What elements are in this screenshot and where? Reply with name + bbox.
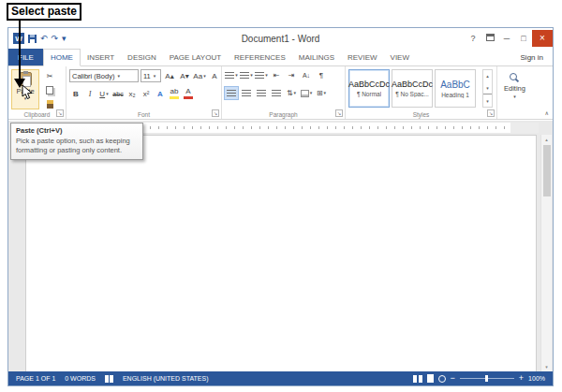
font-color-icon: A <box>185 88 190 95</box>
print-layout-button[interactable] <box>427 374 434 383</box>
maximize-button[interactable]: □ <box>515 30 532 47</box>
font-group-label: Font <box>67 111 221 118</box>
justify-button[interactable] <box>270 87 283 99</box>
style-name: ¶ Normal <box>357 91 381 97</box>
zoom-out-button[interactable]: − <box>451 374 455 383</box>
scroll-up-arrow[interactable]: ▴ <box>545 135 548 144</box>
document-page[interactable] <box>25 135 537 371</box>
styles-scroll-up-button[interactable]: ▴ <box>483 70 492 82</box>
language-indicator[interactable]: ENGLISH (UNITED STATES) <box>123 375 209 382</box>
redo-button[interactable]: ↷ <box>52 35 59 43</box>
italic-button[interactable]: I <box>83 88 96 100</box>
word-window: W ↶ ↷ ▾ Document1 - Word ? ─ □ × FILE HO… <box>7 27 554 386</box>
line-spacing-button[interactable]: ⇅▾ <box>285 87 298 99</box>
scrollbar-thumb[interactable] <box>543 145 551 196</box>
undo-button[interactable]: ↶ <box>40 35 48 43</box>
tab-file[interactable]: FILE <box>8 49 43 65</box>
vertical-scrollbar[interactable]: ▴ ▾ <box>540 135 552 371</box>
style-name: Heading 1 <box>441 92 469 98</box>
underline-button[interactable]: U▾ <box>97 88 111 100</box>
highlight-button[interactable]: ab <box>168 87 181 100</box>
copy-button[interactable] <box>43 84 56 96</box>
titlebar: W ↶ ↷ ▾ Document1 - Word ? ─ □ × <box>8 28 553 49</box>
font-color-button[interactable]: A <box>182 87 195 100</box>
page-indicator[interactable]: PAGE 1 OF 1 <box>16 375 55 382</box>
close-button[interactable]: × <box>532 30 553 47</box>
align-right-button[interactable] <box>255 87 268 99</box>
styles-more-button[interactable]: ▾ <box>483 94 492 107</box>
decrease-indent-button[interactable]: ⇤ <box>270 69 283 81</box>
strikethrough-button[interactable]: abc <box>111 88 125 100</box>
subscript-button[interactable]: x₂ <box>126 88 139 100</box>
customize-qat-button[interactable]: ▾ <box>62 35 67 43</box>
bullets-button[interactable]: ▾ <box>225 69 238 81</box>
read-mode-button[interactable] <box>413 375 422 383</box>
tab-mailings[interactable]: MAILINGS <box>292 49 341 65</box>
font-name-select[interactable]: Calibri (Body) ▾ <box>69 69 139 82</box>
ribbon-tab-bar: FILE HOME INSERT DESIGN PAGE LAYOUT REFE… <box>8 49 553 66</box>
bold-button[interactable]: B <box>69 88 82 100</box>
tab-references[interactable]: REFERENCES <box>228 49 292 65</box>
paragraph-dialog-launcher[interactable]: ↘ <box>335 109 343 117</box>
style-normal[interactable]: AaBbCcDc ¶ Normal <box>348 69 390 108</box>
editing-button[interactable]: Editing ▾ <box>504 73 525 99</box>
grow-font-button[interactable]: A▴ <box>163 70 176 82</box>
paragraph-group-label: Paragraph <box>222 111 345 118</box>
format-painter-button[interactable] <box>43 98 56 110</box>
tab-insert[interactable]: INSERT <box>81 49 121 65</box>
help-button[interactable]: ? <box>465 30 481 47</box>
text-effects-button[interactable]: A <box>154 88 167 100</box>
annotation-select-paste: Select paste <box>7 3 81 21</box>
word-count[interactable]: 0 WORDS <box>65 375 96 382</box>
sign-in-link[interactable]: Sign in <box>521 49 553 65</box>
zoom-level[interactable]: 100% <box>528 375 545 382</box>
zoom-slider-thumb[interactable] <box>485 375 488 382</box>
zoom-slider[interactable] <box>460 378 514 379</box>
font-size-value: 11 <box>143 72 151 80</box>
web-layout-button[interactable] <box>438 375 446 383</box>
align-left-icon <box>227 90 236 97</box>
chevron-down-icon: ▾ <box>324 91 327 95</box>
shrink-font-button[interactable]: A▾ <box>178 70 191 82</box>
clear-formatting-button[interactable]: A <box>208 70 221 82</box>
styles-scroll-down-button[interactable]: ▾ <box>483 82 492 94</box>
collapse-ribbon-button[interactable]: ∧ <box>545 109 549 116</box>
align-right-icon <box>257 90 266 97</box>
tooltip-title: Paste (Ctrl+V) <box>16 126 138 135</box>
highlight-color-bar <box>170 96 179 99</box>
styles-group-label: Styles <box>346 111 496 118</box>
tab-home[interactable]: HOME <box>43 49 81 66</box>
align-center-button[interactable] <box>240 87 253 99</box>
ribbon-display-options-button[interactable] <box>481 30 498 47</box>
tab-page-layout[interactable]: PAGE LAYOUT <box>163 49 228 65</box>
style-no-spacing[interactable]: AaBbCcDc ¶ No Spac... <box>392 69 433 108</box>
style-heading1[interactable]: AaBbC Heading 1 <box>435 69 476 108</box>
scroll-down-arrow[interactable]: ▾ <box>545 362 548 371</box>
cut-button[interactable]: ✂ <box>43 70 56 82</box>
shading-button[interactable]: ▾ <box>300 87 313 99</box>
save-button[interactable] <box>28 35 37 43</box>
font-dialog-launcher[interactable]: ↘ <box>212 109 219 117</box>
sort-button[interactable]: A↓ <box>300 69 313 81</box>
minimize-button[interactable]: ─ <box>498 30 515 47</box>
align-left-button[interactable] <box>225 87 238 99</box>
styles-dialog-launcher[interactable]: ↘ <box>487 109 495 117</box>
multilevel-list-button[interactable]: ▾ <box>255 69 268 81</box>
tab-review[interactable]: REVIEW <box>341 49 384 65</box>
clipboard-dialog-launcher[interactable]: ↘ <box>56 109 64 117</box>
style-preview: AaBbC <box>440 80 470 90</box>
change-case-button[interactable]: Aa▾ <box>193 70 206 82</box>
annotation-arrow-head <box>14 79 25 88</box>
spellcheck-icon[interactable] <box>105 375 113 383</box>
justify-icon <box>272 90 281 97</box>
numbering-button[interactable]: ▾ <box>240 69 253 81</box>
zoom-in-button[interactable]: + <box>519 374 524 383</box>
tab-design[interactable]: DESIGN <box>121 49 163 65</box>
font-size-select[interactable]: 11 ▾ <box>140 69 161 82</box>
tab-view[interactable]: VIEW <box>384 49 416 65</box>
superscript-button[interactable]: x² <box>140 88 153 100</box>
show-paragraph-marks-button[interactable]: ¶ <box>315 69 328 81</box>
borders-button[interactable]: ⊞▾ <box>315 87 328 99</box>
chevron-down-icon: ▾ <box>154 74 156 79</box>
increase-indent-button[interactable]: ⇥ <box>285 69 298 81</box>
